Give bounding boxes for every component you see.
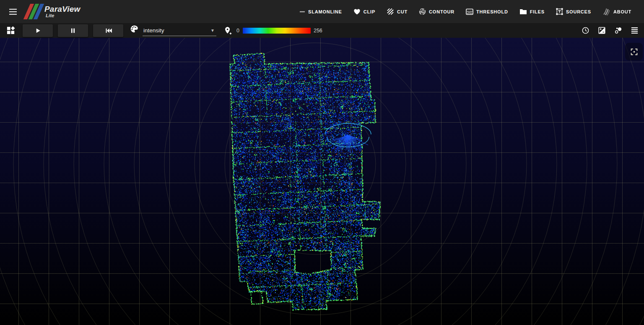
menu-item-label: CUT [397,9,408,14]
bubble-chart-button[interactable] [611,24,625,37]
skip-previous-button[interactable] [93,24,123,37]
chevron-down-icon: ▼ [210,28,216,33]
skip-previous-icon [104,27,112,34]
menu-item-clip[interactable]: CLIP [353,8,375,15]
menu-item-cut[interactable]: CUT [387,8,408,15]
logo-stripes [23,4,44,19]
logo-title: ParaView [44,5,80,13]
menu-item-label: ABOUT [613,9,631,14]
app-bar: ParaView Lite SLAMONLINE CLIP CUT CONTOU… [0,0,644,23]
paraview-mark-icon [602,8,610,16]
logo-text: ParaView Lite [44,5,80,18]
color-field-selector[interactable]: intensity ▼ [130,25,216,36]
add-location-button[interactable] [221,24,235,37]
colormap-min-label: 0 [236,28,239,34]
render-view-canvas[interactable] [0,38,644,325]
menu-item-threshold[interactable]: THRESHOLD [466,8,508,15]
add-location-icon [223,26,232,35]
format-shapes-icon [556,8,563,15]
menu-item-contour[interactable]: CONTOUR [419,8,454,15]
menu-item-sources[interactable]: SOURCES [556,8,591,15]
bubble-chart-icon [614,26,622,34]
center-focus-icon [630,48,638,56]
reorder-button[interactable] [627,24,641,37]
menu-item-label: CONTOUR [429,9,454,14]
render-viewport [0,38,644,325]
folder-icon [519,8,527,15]
menu-item-label: SOURCES [566,9,591,14]
animation-time-button[interactable] [578,24,592,37]
menu-item-about[interactable]: ABOUT [602,8,631,16]
view-dashboard-button[interactable] [3,24,18,37]
exposure-icon [598,26,606,34]
menu-item-label: SLAMONLINE [308,9,342,14]
menu-item-slamonline[interactable]: SLAMONLINE [299,9,342,15]
colormap-legend: 0 256 [236,28,322,34]
menu-item-label: THRESHOLD [476,9,508,14]
pause-icon [69,27,77,34]
reorder-icon [631,27,639,34]
render-toolbar: intensity ▼ 0 256 [0,23,644,38]
hatch-icon [387,8,394,15]
palette-icon [130,25,138,35]
exposure-button[interactable] [595,24,609,37]
fingerprint-icon [419,8,426,15]
play-icon [34,27,42,34]
logo-subtitle: Lite [46,13,80,18]
top-menu: SLAMONLINE CLIP CUT CONTOUR THRESHOLD FI… [299,8,644,16]
paraview-lite-logo: ParaView Lite [27,4,80,19]
hamburger-icon [9,8,17,15]
minus-icon [299,9,305,15]
colormap-max-label: 256 [314,28,322,34]
clock-icon [582,26,589,34]
field-select-value: intensity [143,27,164,34]
heart-icon [353,8,361,15]
field-select-box[interactable]: intensity ▼ [143,26,216,36]
play-button[interactable] [23,24,53,37]
hamburger-menu-button[interactable] [3,2,23,21]
toolbar-right-icons [575,24,644,37]
colormap-gradient-bar[interactable] [243,28,311,34]
menu-item-files[interactable]: FILES [519,8,545,15]
texture-icon [466,8,473,15]
pause-button[interactable] [58,24,88,37]
view-dashboard-icon [6,26,15,35]
menu-item-label: CLIP [364,9,375,14]
reset-camera-button[interactable] [625,43,643,60]
menu-item-label: FILES [530,9,545,14]
